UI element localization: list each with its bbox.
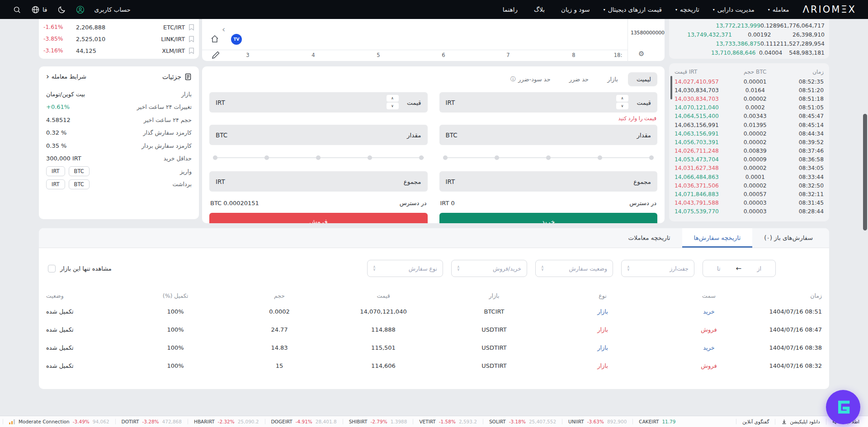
stepper-up-icon[interactable]: ∧ bbox=[616, 95, 628, 102]
trade-conditions-label: شرایط معامله bbox=[52, 73, 86, 80]
trade-volume: 0.00057 bbox=[734, 191, 776, 197]
sell-amount-unit: BTC bbox=[216, 131, 227, 139]
tradingview-logo[interactable]: TV bbox=[231, 34, 242, 45]
buy-amount-input[interactable]: مقدار BTC bbox=[439, 125, 658, 145]
market-list-item[interactable]: XLM/IRT 44,125 -3.16% bbox=[43, 45, 194, 56]
sell-price-input[interactable]: قیمت ∧∨ IRT bbox=[209, 92, 428, 113]
trade-volume: 0.00002 bbox=[734, 183, 776, 189]
online-chat-link[interactable]: گفتگوی آنلاین bbox=[736, 419, 775, 424]
trade-row[interactable]: 14,066,484,863 0.0001 08:33:44 bbox=[675, 173, 824, 181]
order-side: خرید bbox=[655, 308, 763, 315]
ticker-percent: -3.49% bbox=[73, 419, 90, 424]
withdraw-chip-btc: BTC bbox=[69, 179, 90, 189]
trade-row[interactable]: 14,075,539,770 0.00003 08:28:44 bbox=[675, 207, 824, 216]
date-range-picker[interactable]: از ← تا bbox=[703, 260, 776, 277]
order-type-tab[interactable]: حد سود-ضرر ⓘ bbox=[504, 72, 557, 87]
filter-select[interactable]: خرید/فروش ∧∨ bbox=[451, 260, 527, 277]
buy-amount-slider[interactable] bbox=[441, 155, 656, 160]
nav-menu-item[interactable]: قیمت ارزهای دیجیتال ▾ bbox=[604, 6, 662, 13]
stepper-up-icon[interactable]: ∧ bbox=[387, 95, 399, 102]
trade-row[interactable]: 14,063,156,991 0.00002 08:44:34 bbox=[675, 129, 824, 138]
trade-row[interactable]: 14,064,515,400 0.00343 08:45:47 bbox=[675, 112, 824, 121]
filter-select[interactable]: نوع سفارش ∧∨ bbox=[367, 260, 443, 277]
trade-row[interactable]: 14,053,473,704 0.00009 08:36:58 bbox=[675, 155, 824, 164]
order-volume: 0.0002 bbox=[230, 308, 329, 315]
orders-tab[interactable]: تاریخچه معاملات bbox=[617, 228, 682, 248]
buy-price-input[interactable]: قیمت ∧∨ IRT bbox=[439, 92, 658, 113]
online-chat-label: گفتگوی آنلاین bbox=[742, 419, 769, 424]
stepper-down-icon[interactable]: ∨ bbox=[387, 103, 399, 109]
trade-row[interactable]: 14,026,711,248 0.00839 08:37:46 bbox=[675, 147, 824, 155]
trade-volume: 0.00003 bbox=[734, 208, 776, 215]
language-label: فا bbox=[42, 6, 47, 13]
trade-price: 14,063,156,991 bbox=[675, 122, 734, 128]
trade-row[interactable]: 14,030,834,703 0.00002 08:51:18 bbox=[675, 94, 824, 103]
buy-price-unit: IRT bbox=[446, 99, 455, 106]
trade-row[interactable]: 14,031,627,348 0.00002 08:34:05 bbox=[675, 164, 824, 173]
language-switch[interactable]: فا bbox=[31, 5, 47, 14]
nav-menu-item-label: مدیریت دارایی bbox=[717, 6, 755, 13]
orders-tab[interactable]: تاریخچه سفارش‌ها bbox=[682, 228, 753, 248]
trade-row[interactable]: 14,063,156,991 0.01395 08:45:14 bbox=[675, 121, 824, 129]
sell-button[interactable]: فروش bbox=[209, 213, 428, 223]
nav-menu-item[interactable]: بلاگ bbox=[531, 6, 545, 13]
nav-menu-item[interactable]: مدیریت دارایی ▾ bbox=[713, 6, 755, 13]
download-app-link[interactable]: دانلود اپلیکیشن bbox=[775, 419, 826, 425]
nav-menu-item[interactable]: تاریخچه ▾ bbox=[675, 6, 699, 13]
bookmark-icon[interactable] bbox=[189, 47, 194, 54]
buy-price-stepper[interactable]: ∧∨ bbox=[616, 95, 628, 109]
trading-page: ΛRIOMΞX معامله ▾ مدیریت دارایی ▾ تاریخچه bbox=[0, 0, 868, 427]
trade-row[interactable]: 14,070,121,040 0.0002 08:51:05 bbox=[675, 103, 824, 112]
home-icon[interactable] bbox=[210, 34, 219, 43]
bookmark-icon[interactable] bbox=[189, 24, 194, 31]
sell-amount-slider[interactable] bbox=[211, 155, 426, 160]
trade-row[interactable]: 14,027,410,957 0.00001 08:52:35 bbox=[675, 77, 824, 86]
trade-time: 08:51:20 bbox=[776, 87, 824, 94]
only-this-market-checkbox[interactable] bbox=[48, 265, 56, 272]
pencil-icon[interactable] bbox=[211, 51, 220, 60]
bookmark-icon[interactable] bbox=[189, 36, 194, 42]
market-list-item[interactable]: ETC/IRT 2,206,888 -1.61% bbox=[43, 21, 194, 33]
orderbook-bid-row[interactable]: 13,772,213,999 0.12896 1,776,064,717 bbox=[674, 21, 825, 30]
nav-menu-item[interactable]: راهنما bbox=[500, 6, 518, 13]
chevron-left-icon[interactable]: ‹ bbox=[222, 24, 225, 34]
only-this-market-filter[interactable]: مشاهده تنها این بازار bbox=[48, 265, 112, 272]
nav-menu-item[interactable]: سود و زیان bbox=[558, 6, 590, 13]
brand-logo[interactable]: ΛRIOMΞX bbox=[803, 4, 856, 15]
orderbook-bid-row[interactable]: 13,749,432,371 0.00192 26,398,910 bbox=[674, 30, 825, 39]
filter-select[interactable]: جفت‌ارز ∧∨ bbox=[621, 260, 694, 277]
sell-price-stepper[interactable]: ∧∨ bbox=[387, 95, 399, 109]
sell-amount-input[interactable]: مقدار BTC bbox=[209, 125, 428, 145]
order-type-tab[interactable]: حد ضرر bbox=[561, 72, 595, 86]
orders-tab[interactable]: سفارش‌های باز (۰) bbox=[752, 228, 825, 248]
trade-row[interactable]: 14,056,703,391 0.00002 08:39:52 bbox=[675, 138, 824, 146]
order-type-tab-label: لیمیت bbox=[637, 76, 651, 83]
orderbook-bid-row[interactable]: 13,733,386,875 0.11121 1,527,289,954 bbox=[674, 39, 825, 48]
user-avatar-icon[interactable] bbox=[76, 5, 85, 14]
trade-row[interactable]: 14,030,834,703 0.0164 08:51:20 bbox=[675, 86, 824, 94]
order-type-tab[interactable]: بازار bbox=[599, 72, 624, 86]
page-scrollbar-thumb[interactable] bbox=[863, 114, 867, 230]
buy-total-input[interactable]: مجموع IRT bbox=[439, 171, 658, 192]
dark-mode-moon-icon[interactable] bbox=[57, 5, 66, 14]
trade-row[interactable]: 14,043,791,588 0.00003 08:31:45 bbox=[675, 199, 824, 207]
search-icon[interactable] bbox=[13, 5, 21, 14]
buy-button[interactable]: خرید bbox=[439, 213, 658, 223]
stepper-down-icon[interactable]: ∨ bbox=[616, 103, 628, 109]
gear-icon[interactable]: ⚙ bbox=[638, 50, 644, 58]
nav-menu-item[interactable]: معامله ▾ bbox=[768, 6, 789, 13]
col-side: سمت bbox=[655, 292, 763, 299]
trade-row[interactable]: 14,071,846,883 0.00057 08:32:11 bbox=[675, 190, 824, 198]
trade-volume: 0.00002 bbox=[734, 165, 776, 171]
bid-volume: 0.12896 bbox=[760, 22, 783, 29]
trade-row[interactable]: 14,036,371,506 0.00002 08:32:50 bbox=[675, 181, 824, 190]
order-type-tab[interactable]: لیمیت bbox=[628, 72, 657, 86]
market-list-item[interactable]: LINK/IRT 2,525,010 -3.85% bbox=[43, 33, 194, 45]
orderbook-bid-row[interactable]: 13,710,868,646 0.04004 548,983,181 bbox=[674, 48, 825, 57]
sell-total-input[interactable]: مجموع IRT bbox=[209, 171, 428, 192]
filter-select[interactable]: وضعیت سفارش ∧∨ bbox=[535, 260, 613, 277]
trades-scrollbar-thumb[interactable] bbox=[670, 76, 672, 99]
chat-widget-button[interactable] bbox=[826, 390, 860, 424]
trade-conditions-link[interactable]: شرایط معامله ‹ bbox=[46, 73, 86, 80]
account-menu[interactable]: حساب کاربری bbox=[94, 6, 131, 13]
